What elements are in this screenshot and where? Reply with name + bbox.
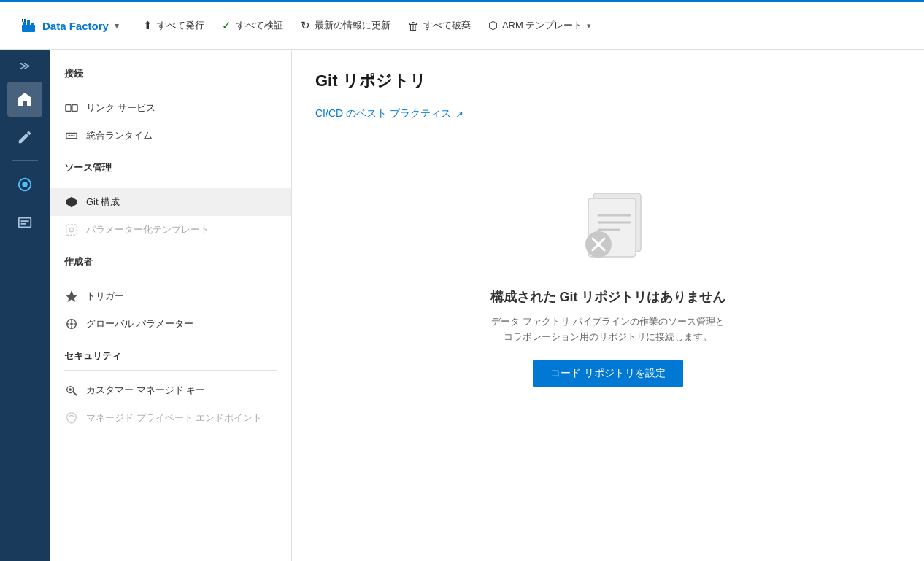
customer-key-icon [64,383,79,398]
integration-runtime-icon [64,128,79,143]
svg-line-29 [73,392,77,395]
manage-icon [17,214,33,231]
section-author-divider [64,276,277,276]
param-template-label: パラメーター化テンプレート [86,223,209,236]
svg-rect-2 [27,20,30,26]
nav-pencil[interactable] [7,120,42,155]
section-connect-header: 接続 [50,61,291,85]
sidebar-item-linked-service[interactable]: リンク サービス [50,94,291,122]
trigger-label: トリガー [86,290,124,303]
empty-state-title: 構成された Git リポジトリはありません [490,288,726,306]
git-config-icon [64,195,79,209]
nav-manage[interactable] [7,205,42,240]
linked-service-label: リンク サービス [86,101,155,115]
section-author-header: 作成者 [50,249,291,273]
refresh-button[interactable]: ↻ 最新の情報に更新 [292,15,399,36]
empty-state-illustration [561,179,655,274]
svg-rect-17 [74,135,75,136]
sidebar: 接続 リンク サービス 統合ランタイム [50,50,292,561]
section-security-divider [64,370,277,371]
sidebar-item-trigger[interactable]: トリガー [50,282,291,310]
svg-point-30 [69,388,72,391]
publish-all-label: すべて発行 [157,19,204,32]
svg-rect-10 [21,223,26,225]
monitor-icon [17,177,33,193]
refresh-label: 最新の情報に更新 [315,19,390,32]
customer-key-label: カスタマー マネージド キー [86,384,205,397]
refresh-icon: ↻ [301,19,310,32]
cicd-link-label: CI/CD のベスト プラクティス [315,107,451,120]
svg-rect-19 [66,225,77,235]
svg-marker-21 [66,290,77,302]
topbar-divider-1 [131,14,131,37]
section-connect-divider [64,88,277,88]
content-area: Git リポジトリ CI/CD のベスト プラクティス ↗ 構成された Git … [292,50,924,561]
svg-point-20 [69,228,73,231]
page-title: Git リポジトリ [315,70,901,92]
svg-rect-8 [19,218,31,228]
publish-all-button[interactable]: ⬆ すべて発行 [134,15,213,36]
svg-rect-11 [66,105,71,112]
sidebar-item-global-params[interactable]: グローバル パラメーター [50,310,291,338]
arm-chevron: ▾ [587,21,591,31]
param-template-icon [64,223,79,237]
svg-rect-1 [23,22,26,26]
arm-template-label: ARM テンプレート [502,19,583,32]
sidebar-item-git-config[interactable]: Git 構成 [50,188,291,216]
home-icon [16,90,34,108]
svg-marker-18 [66,197,77,207]
validate-all-button[interactable]: ✓ すべて検証 [213,15,292,36]
git-config-label: Git 構成 [86,196,120,209]
nav-monitor[interactable] [7,167,42,202]
cicd-link[interactable]: CI/CD のベスト プラクティス ↗ [315,107,463,120]
global-params-label: グローバル パラメーター [86,317,193,330]
section-security-header: セキュリティ [50,344,291,367]
arm-template-button[interactable]: ⬡ ARM テンプレート ▾ [480,15,601,36]
external-link-icon: ↗ [455,109,463,120]
setup-repo-button[interactable]: コード リポジトリを設定 [533,360,683,387]
arm-icon: ⬡ [488,19,498,32]
svg-rect-4 [22,19,23,22]
managed-private-endpoint-label: マネージド プライベート エンドポイント [86,411,262,425]
expand-button[interactable]: ≫ [7,55,42,76]
svg-point-23 [70,322,73,325]
main-area: ≫ 接続 [0,50,924,561]
discard-icon: 🗑 [408,20,419,32]
section-source-control-header: ソース管理 [50,155,291,179]
sidebar-item-customer-key[interactable]: カスタマー マネージド キー [50,376,291,404]
discard-all-label: すべて破棄 [423,19,471,32]
section-source-control-divider [64,182,277,182]
brand-button[interactable]: Data Factory ▾ [12,13,128,38]
linked-service-icon [64,101,79,115]
empty-state: 構成された Git リポジトリはありません データ ファクトリ パイプラインの作… [315,179,901,387]
left-nav: ≫ [0,50,50,561]
svg-point-7 [22,182,27,187]
factory-icon [20,18,36,34]
svg-rect-15 [69,135,71,136]
svg-rect-12 [72,105,77,112]
sidebar-item-integration-runtime[interactable]: 統合ランタイム [50,122,291,150]
validate-icon: ✓ [222,19,231,32]
nav-home[interactable] [7,82,42,117]
publish-icon: ⬆ [143,19,153,32]
brand-chevron: ▾ [115,21,119,31]
pencil-icon [17,129,33,145]
sidebar-item-param-template: パラメーター化テンプレート [50,216,291,244]
integration-runtime-label: 統合ランタイム [86,129,153,142]
topbar: Data Factory ▾ ⬆ すべて発行 ✓ すべて検証 ↻ 最新の情報に更… [0,0,924,50]
brand-label: Data Factory [42,20,109,32]
trigger-icon [64,289,79,303]
svg-rect-16 [71,135,73,136]
nav-divider [12,160,38,161]
validate-all-label: すべて検証 [236,19,283,32]
svg-rect-9 [21,220,29,222]
svg-rect-3 [31,23,34,26]
empty-state-description: データ ファクトリ パイプラインの作業のソース管理とコラボレーション用のリポジト… [491,314,725,345]
sidebar-item-managed-private-endpoint: マネージド プライベート エンドポイント [50,404,291,432]
svg-rect-5 [24,19,26,22]
global-params-icon [64,317,79,331]
discard-all-button[interactable]: 🗑 すべて破棄 [399,15,480,36]
managed-private-endpoint-icon [64,411,79,425]
